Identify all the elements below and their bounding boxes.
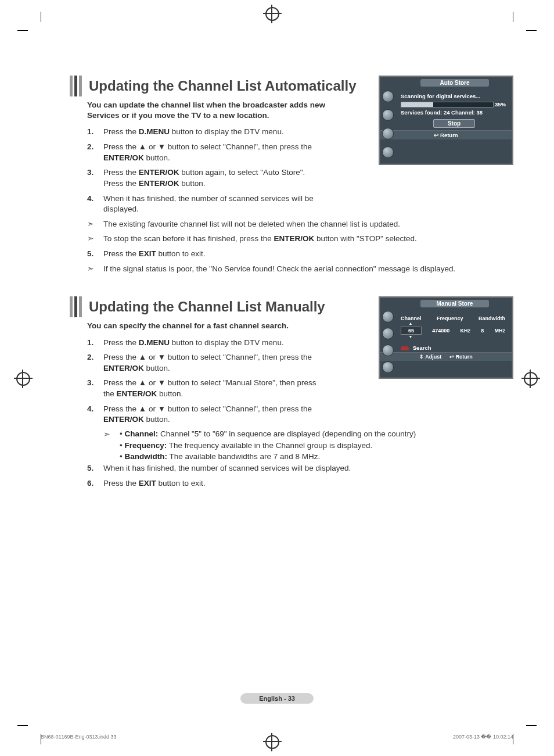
step-text: When it has finished, the number of scan… [103, 194, 319, 215]
osd-column-headers: Channel Frequency Bandwidth [401, 316, 505, 321]
bullet-text: • Channel: Channel "5" to "69" in sequen… [120, 429, 416, 439]
osd-footer-hints: ⇕ Adjust ↩ Return [380, 352, 512, 361]
osd-progress-bar: 35% [401, 102, 494, 108]
note-marker-icon [87, 219, 103, 230]
step-text: When it has finished, the number of scan… [103, 463, 513, 474]
note-text: If the signal status is poor, the "No Se… [103, 264, 513, 275]
osd-status-text: Scanning for digital services... [401, 93, 508, 99]
imprint-filename: BN68-01169B-Eng-0313.indd 33 [41, 734, 117, 740]
osd-menu-icon [382, 128, 394, 139]
step-number: 4. [87, 194, 103, 215]
osd-menu-icon [382, 91, 394, 102]
osd-khz-label: KHz [461, 328, 471, 334]
note-text: To stop the scan before it has finished,… [103, 234, 513, 245]
section-title-text: Updating the Channel List Automatically [89, 76, 356, 96]
note-marker-icon [103, 429, 120, 439]
step-number: 3. [87, 378, 103, 399]
section-title-text: Updating the Channel List Manually [89, 296, 325, 317]
step-text: Press the ▲ or ▼ button to select "Chann… [103, 352, 319, 374]
step-list: 5. When it has finished, the number of s… [87, 463, 513, 489]
heading-accent-icon [70, 76, 82, 96]
osd-menu-icon [382, 311, 394, 323]
sub-bullet-list: • Channel: Channel "5" to "69" in sequen… [103, 429, 513, 461]
step-text: Press the D.MENU button to display the D… [103, 127, 319, 138]
osd-found-text: Services found: 24 Channel: 38 [401, 109, 508, 116]
sub-bullet-item: • Channel: Channel "5" to "69" in sequen… [103, 429, 513, 439]
crop-mark-icon [17, 30, 28, 31]
step-item: 2. Press the ▲ or ▼ button to select "Ch… [87, 142, 319, 163]
crop-mark-icon [41, 12, 41, 22]
step-number: 3. [87, 167, 103, 189]
crop-mark-icon [526, 30, 537, 31]
note-item: The existing favourite channel list will… [87, 219, 513, 230]
section-manual-update: Updating the Channel List Manually Manua… [70, 296, 513, 489]
osd-side-icons [382, 308, 396, 375]
osd-menu-icon [382, 328, 394, 339]
step-text: Press the ▲ or ▼ button to select "Manua… [103, 378, 319, 399]
osd-freq-value: 474000 [432, 328, 449, 334]
osd-stop-button[interactable]: Stop [433, 119, 475, 128]
note-marker-icon [87, 264, 103, 275]
sub-bullet-item: • Bandwidth: The available bandwidths ar… [120, 452, 513, 461]
step-item: 1. Press the D.MENU button to display th… [87, 127, 319, 138]
note-text: The existing favourite channel list will… [103, 219, 513, 230]
step-item: 6. Press the EXIT button to exit. [87, 478, 513, 489]
osd-channel-value[interactable]: 65 [401, 327, 422, 335]
note-item: If the signal status is poor, the "No Se… [87, 264, 513, 275]
up-arrow-icon: ▲ [401, 323, 420, 325]
osd-menu-icon [382, 361, 394, 373]
step-item: 5. Press the EXIT button to exit. [87, 249, 513, 260]
imprint-timestamp: 2007-03-13 �� 10:02:14 [453, 734, 513, 740]
osd-auto-store: Auto Store Scanning for digital services… [379, 76, 513, 165]
heading-accent-icon [70, 296, 82, 317]
step-item: 3. Press the ENTER/OK button again, to s… [87, 167, 319, 189]
osd-menu-icon [382, 345, 394, 356]
osd-col-channel: Channel [401, 316, 422, 321]
crop-mark-icon [513, 12, 513, 22]
step-text: Press the ▲ or ▼ button to select "Chann… [103, 142, 319, 163]
osd-menu-icon [382, 146, 394, 158]
step-number: 4. [87, 404, 103, 425]
osd-progress-fill [401, 102, 433, 107]
imprint-line: BN68-01169B-Eng-0313.indd 33 2007-03-13 … [41, 734, 513, 740]
page-footer: English - 33 [0, 693, 554, 704]
step-number: 2. [87, 142, 103, 163]
osd-progress-percent: 35% [495, 101, 506, 108]
section-intro: You can update the channel list when the… [87, 100, 337, 121]
osd-red-button-icon [401, 346, 409, 350]
sub-bullet-item: • Frequency: The frequency available in … [120, 441, 513, 450]
step-number: 5. [87, 463, 103, 474]
crop-mark-icon [17, 725, 28, 726]
osd-side-icons [382, 87, 396, 162]
osd-mhz-label: MHz [495, 328, 506, 334]
osd-col-bandwidth: Bandwidth [479, 316, 505, 321]
step-item: 5. When it has finished, the number of s… [87, 463, 513, 474]
step-item: 1. Press the D.MENU button to display th… [87, 338, 319, 349]
osd-adjust-hint: ⇕ Adjust [419, 354, 441, 360]
step-text: Press the EXIT button to exit. [103, 249, 513, 260]
section-intro: You can specify the channel for a fast c… [87, 321, 337, 331]
step-text: Press the ENTER/OK button again, to sele… [103, 167, 319, 189]
step-item: 4. Press the ▲ or ▼ button to select "Ch… [87, 404, 319, 425]
osd-return-hint: ↩ Return [380, 130, 512, 139]
step-text: Press the ▲ or ▼ button to select "Chann… [103, 404, 319, 425]
crop-mark-icon [526, 725, 537, 726]
note-item: To stop the scan before it has finished,… [87, 234, 513, 245]
osd-search-label[interactable]: Search [413, 345, 431, 351]
osd-manual-store: Manual Store Channel Frequency Bandwidth… [379, 296, 513, 379]
osd-bw-value: 8 [481, 328, 484, 334]
osd-title: Manual Store [420, 300, 489, 307]
registration-mark-icon [265, 7, 279, 21]
step-item: 3. Press the ▲ or ▼ button to select "Ma… [87, 378, 319, 399]
section-auto-update: Updating the Channel List Automatically … [70, 76, 513, 274]
step-text: Press the D.MENU button to display the D… [103, 338, 319, 349]
osd-return-hint: ↩ Return [449, 354, 473, 360]
osd-value-row: 65 474000 KHz 8 MHz [401, 327, 505, 335]
step-text: Press the EXIT button to exit. [103, 478, 513, 489]
osd-col-frequency: Frequency [437, 316, 463, 321]
step-item: 4. When it has finished, the number of s… [87, 194, 319, 215]
step-number: 2. [87, 352, 103, 374]
osd-search-row: Search [401, 339, 508, 352]
osd-menu-icon [382, 109, 394, 121]
step-number: 5. [87, 249, 103, 260]
